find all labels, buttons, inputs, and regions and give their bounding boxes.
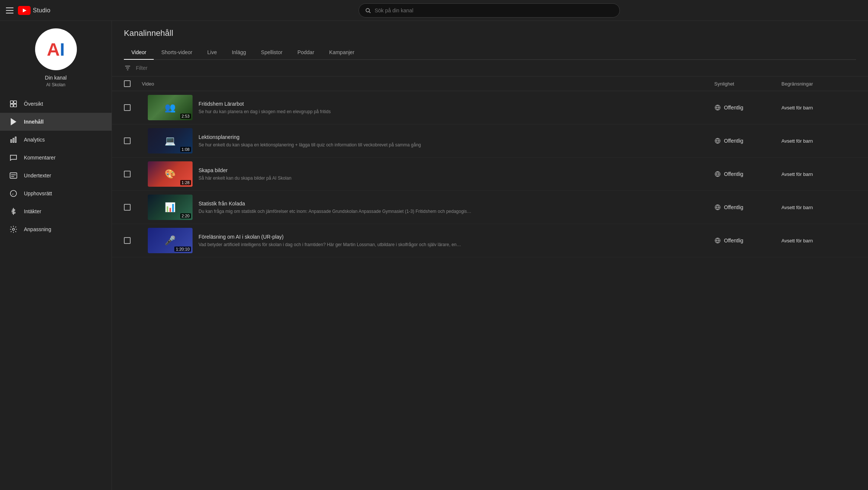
sidebar-item-kommentarer[interactable]: Kommentarer [0,149,112,167]
row-checkbox[interactable] [124,137,131,144]
sidebar-item-upphovsratt[interactable]: c Upphovsrätt [0,184,112,202]
video-duration: 2:53 [180,114,191,119]
sidebar-item-oversikt[interactable]: Översikt [0,95,112,113]
visibility-label: Offentlig [724,204,743,210]
svg-rect-9 [11,140,12,142]
sidebar-item-label: Innehåll [24,119,44,125]
row-checkbox[interactable] [124,204,131,211]
content-icon [9,117,18,126]
table-row[interactable]: 1:08 Lektionsplanering Se hur enkelt du … [112,124,868,158]
restriction-cell: Avsett för barn [781,138,856,144]
visibility-label: Offentlig [724,105,743,111]
video-thumbnail: 1:08 [148,128,193,153]
studio-label: Studio [33,7,50,14]
video-title: Lektionsplanering [199,134,714,140]
row-checkbox[interactable] [124,171,131,177]
video-duration: 1:20:10 [174,246,191,252]
table-row[interactable]: 2:53 Fritidshem Lärarbot Se hur du kan p… [112,91,868,124]
globe-icon [714,171,721,177]
video-desc: Du kan fråga mig om statistik och jämför… [199,209,714,214]
avatar: AI [35,28,77,70]
main-header: Kanalinnehåll Videor Shorts-videor Live … [112,21,868,60]
svg-rect-10 [13,138,14,142]
globe-icon [714,104,721,111]
sidebar-item-label: Analytics [24,137,45,143]
filter-row [112,60,868,77]
logo: Studio [18,6,50,15]
youtube-icon [18,6,31,15]
svg-rect-4 [10,101,13,103]
sidebar-item-intakter[interactable]: Intäkter [0,202,112,220]
globe-icon [714,137,721,144]
svg-rect-11 [15,137,16,143]
filter-input[interactable] [136,65,856,71]
video-title: Föreläsning om AI i skolan (UR-play) [199,234,714,240]
video-info: Föreläsning om AI i skolan (UR-play) Vad… [199,234,714,247]
channel-name: Din kanal [45,75,66,81]
visibility-label: Offentlig [724,238,743,244]
video-info: Fritidshem Lärarbot Se hur du kan planer… [199,101,714,114]
visibility-label: Offentlig [724,138,743,144]
visibility-label: Offentlig [724,171,743,177]
topbar-left: Studio [6,6,110,15]
sidebar-item-analytics[interactable]: Analytics [0,131,112,149]
menu-button[interactable] [6,7,13,13]
svg-rect-5 [14,101,16,103]
tab-inlagg[interactable]: Inlägg [224,46,253,60]
svg-text:c: c [12,192,14,196]
col-header-visibility: Synlighet [714,81,781,87]
subtitles-icon [9,171,18,180]
tab-live[interactable]: Live [200,46,224,60]
search-bar [359,3,620,18]
channel-sub: AI Skolan [46,82,65,87]
video-duration: 1:08 [180,147,191,152]
analytics-icon [9,135,18,144]
tab-videor[interactable]: Videor [124,46,154,60]
table-row[interactable]: 1:20:10 Föreläsning om AI i skolan (UR-p… [112,224,868,257]
video-info: Skapa bilder Så här enkelt kan du skapa … [199,167,714,181]
sidebar-item-anpassning[interactable]: Anpassning [0,220,112,238]
svg-marker-8 [11,119,16,125]
comments-icon [9,153,18,162]
revenue-icon [9,207,18,216]
sidebar-item-label: Översikt [24,101,43,107]
restriction-cell: Avsett för barn [781,105,856,111]
svg-point-18 [12,228,15,230]
sidebar-item-label: Intäkter [24,208,41,214]
table-row[interactable]: 2:20 Statistik från Kolada Du kan fråga … [112,191,868,224]
svg-point-2 [366,8,369,12]
select-all-checkbox[interactable] [124,80,131,87]
table-row[interactable]: 1:28 Skapa bilder Så här enkelt kan du s… [112,158,868,191]
search-input[interactable] [375,7,613,13]
video-desc: Så här enkelt kan du skapa bilder på AI … [199,176,714,181]
sidebar-item-innehall[interactable]: Innehåll [0,113,112,131]
video-thumbnail: 1:28 [148,161,193,187]
video-desc: Se hur du kan planera en dag i skogen me… [199,109,714,114]
visibility-cell: Offentlig [714,171,781,177]
sidebar-item-label: Anpassning [24,226,51,232]
svg-rect-6 [10,104,13,107]
dashboard-icon [9,99,18,108]
row-checkbox[interactable] [124,237,131,244]
tab-shorts[interactable]: Shorts-videor [154,46,200,60]
globe-icon [714,237,721,244]
sidebar-item-undertexter[interactable]: Undertexter [0,167,112,184]
tab-kampanjer[interactable]: Kampanjer [322,46,362,60]
col-header-video: Video [142,81,714,87]
tab-poddar[interactable]: Poddar [290,46,322,60]
svg-line-3 [369,12,371,13]
row-checkbox[interactable] [124,104,131,111]
video-thumbnail: 1:20:10 [148,228,193,253]
main-content: Kanalinnehåll Videor Shorts-videor Live … [112,21,868,490]
svg-rect-7 [14,104,16,107]
col-header-restrictions: Begränsningar [781,81,856,87]
tab-spellistor[interactable]: Spellistor [253,46,290,60]
sidebar-nav: Översikt Innehåll Anal [0,95,112,238]
layout: AI Din kanal AI Skolan Översikt [0,21,868,490]
search-form [359,3,620,18]
video-duration: 2:20 [180,213,191,218]
video-info: Lektionsplanering Se hur enkelt du kan s… [199,134,714,148]
video-desc: Vad betyder artificiell intelligens för … [199,242,714,247]
filter-button[interactable] [124,64,131,72]
copyright-icon: c [9,189,18,198]
